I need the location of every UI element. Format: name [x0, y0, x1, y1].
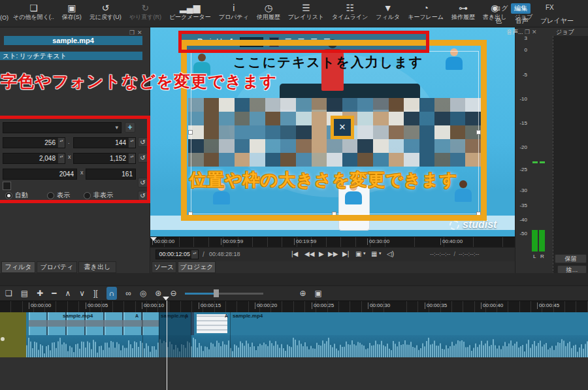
selected-clip[interactable] — [159, 312, 191, 357]
undo-button[interactable]: ↺元に戻す(U) — [86, 1, 125, 22]
timeline-empty-area[interactable] — [0, 357, 588, 390]
layout-color[interactable]: 色 — [492, 16, 505, 26]
layout-audio[interactable]: 音声 — [512, 16, 532, 26]
timeline-button[interactable]: ☷タイムライン — [328, 1, 372, 22]
overwrite-icon[interactable]: ∨ — [79, 287, 85, 300]
properties-button[interactable]: iプロパティ — [215, 1, 253, 22]
channel-label: R — [540, 253, 544, 259]
hold-button[interactable]: 保留 — [555, 254, 587, 263]
history-button[interactable]: ⊶操作履歴 — [448, 1, 479, 22]
meter-scale-label: -20 — [513, 144, 527, 150]
ripple-delete-icon[interactable]: ━ — [52, 287, 56, 300]
float-dock-icon[interactable]: ❐ — [129, 29, 135, 36]
zoom-out-icon[interactable]: ⊖ — [170, 287, 176, 300]
peak-meter-icon: ▂▄▆ — [180, 3, 200, 14]
funnel-icon: ▼ — [384, 3, 393, 14]
annotation-red-rect-toolbar — [178, 31, 429, 53]
spinner-icon[interactable]: ▴▾ — [191, 250, 198, 259]
float-dock-icon[interactable]: ❐ — [525, 29, 530, 35]
track-indicator — [1, 337, 5, 341]
zoom-in-icon[interactable]: ⊕ — [299, 287, 306, 300]
fast-forward-button[interactable]: ▶▶ — [328, 250, 338, 257]
list-icon: ☰ — [302, 3, 310, 14]
scrubber-tick: 00:30:00 — [367, 238, 389, 245]
filter-list-item[interactable]: スト: リッチテキスト — [0, 52, 142, 60]
ripple-icon[interactable]: ◎ — [140, 287, 146, 300]
in-out-display: --:--:--:-- / --:--:--:-- — [430, 251, 479, 257]
meter-scale-label: -10 — [513, 96, 527, 102]
tab-filters[interactable]: フィルタ — [1, 261, 35, 273]
filters-button[interactable]: ▼フィルタ — [372, 1, 404, 22]
separator — [0, 273, 588, 285]
recent-button[interactable]: ◷使用履歴 — [253, 1, 284, 22]
tracks-icon: ☷ — [346, 3, 354, 14]
snap-magnet-icon[interactable]: ∩ — [106, 287, 118, 300]
layout-edit[interactable]: 編集 — [511, 3, 531, 14]
meter-scale-label: -15 — [513, 120, 527, 126]
main-toolbar: (O) ❏その他を開く(.. ▣保存(S) ↺元に戻す(U) ↻やり直す(R) … — [0, 0, 588, 27]
clip-thumbnails[interactable] — [142, 312, 159, 335]
folder-icon: ❏ — [29, 3, 38, 14]
open-other-button[interactable]: ❏その他を開く(.. — [9, 1, 58, 22]
keyframes-button[interactable]: ◔キーフレーム — [404, 1, 448, 22]
scrub-while-dragging-icon[interactable]: ∞ — [125, 287, 131, 300]
layout-player[interactable]: プレイヤー — [537, 16, 577, 26]
player-mode-button[interactable]: ▣ — [355, 250, 361, 257]
skip-start-button[interactable]: |◀ — [291, 250, 298, 257]
volume-icon[interactable]: ◁) — [387, 250, 394, 257]
tab-source[interactable]: ソース — [152, 261, 176, 273]
split-icon[interactable]: ][ — [93, 287, 98, 300]
append-icon[interactable]: ✚ — [37, 287, 43, 300]
ripple-all-tracks-icon[interactable]: ⊛ — [155, 287, 161, 300]
meter-scale-label: -50 — [513, 231, 527, 236]
preview-scrubber[interactable]: 00:00:00 00:09:59 00:19:59 00:30:00 00:4… — [150, 236, 515, 247]
save-button[interactable]: ▣保存(S) — [58, 1, 86, 22]
annotation-red-rect-panel — [0, 116, 150, 203]
open-button-partial[interactable]: (O) — [0, 14, 8, 21]
meter-scale-label: -25 — [513, 167, 527, 172]
video-track[interactable]: sample.mp4 sample.mp sample.mp4 A A A — [0, 312, 588, 357]
scrubber-tick: 00:09:59 — [221, 238, 243, 245]
grid-button[interactable]: ▦ — [371, 250, 377, 257]
skip-end-button[interactable]: ▶| — [342, 250, 349, 257]
document-clip-thumbnail[interactable] — [191, 312, 230, 335]
meter-scale-label: -35 — [513, 203, 527, 208]
ruler-tick: 00:00:45 — [537, 302, 559, 309]
key-icon: ⊶ — [459, 3, 468, 14]
paste-icon[interactable]: ▤ — [21, 287, 28, 300]
chevron-down-icon[interactable]: ▾ — [379, 251, 382, 256]
timeline-playhead[interactable] — [163, 297, 169, 301]
copy-icon[interactable]: ❏ — [5, 287, 12, 300]
layout-fx[interactable]: FX — [542, 3, 557, 12]
layout-log[interactable]: ログ — [491, 3, 511, 14]
clip-label: sample.mp4 — [63, 313, 93, 319]
rewind-button[interactable]: ◀◀ — [304, 250, 314, 257]
toolbar-buttons: ❏その他を開く(.. ▣保存(S) ↺元に戻す(U) ↻やり直す(R) ▂▄▆ピ… — [9, 1, 536, 22]
logo-circle-icon — [449, 220, 459, 230]
close-dock-icon[interactable]: ✕ — [532, 29, 537, 35]
annotation-red-text: 字色やフォントなどを変更できます — [1, 71, 277, 92]
playlist-button[interactable]: ☰プレイリスト — [284, 1, 328, 22]
track-header[interactable] — [0, 312, 26, 357]
zoom-fit-icon[interactable]: ▣ — [315, 287, 322, 300]
preview-playhead[interactable] — [150, 237, 157, 241]
peak-meter-button[interactable]: ▂▄▆ピークメーター — [165, 1, 215, 22]
zoom-slider[interactable] — [185, 293, 263, 295]
clock-icon: ◷ — [265, 3, 272, 14]
save-icon: ▣ — [67, 3, 76, 14]
jobs-list — [553, 36, 588, 284]
tab-properties[interactable]: プロパティ — [37, 261, 77, 273]
timeline-ruler[interactable]: 00:00:00 00:00:05 00:00:10 00:00:15 00:0… — [0, 301, 588, 312]
tab-export[interactable]: 書き出し — [78, 261, 116, 273]
redo-button[interactable]: ↻やり直す(R) — [125, 1, 165, 22]
close-dock-icon[interactable]: ✕ — [137, 29, 142, 36]
tab-project[interactable]: プロジェクト — [178, 261, 216, 273]
chevron-down-icon[interactable]: ▾ — [363, 251, 366, 256]
meter-bar-right — [539, 230, 545, 252]
filter-badge: A — [225, 314, 228, 318]
play-button[interactable]: ▶ — [319, 250, 324, 257]
lift-icon[interactable]: ∧ — [65, 287, 71, 300]
clip-title: sample.mp4 — [4, 36, 142, 45]
audio-waveform — [26, 335, 588, 357]
slider-knob[interactable] — [214, 289, 219, 297]
